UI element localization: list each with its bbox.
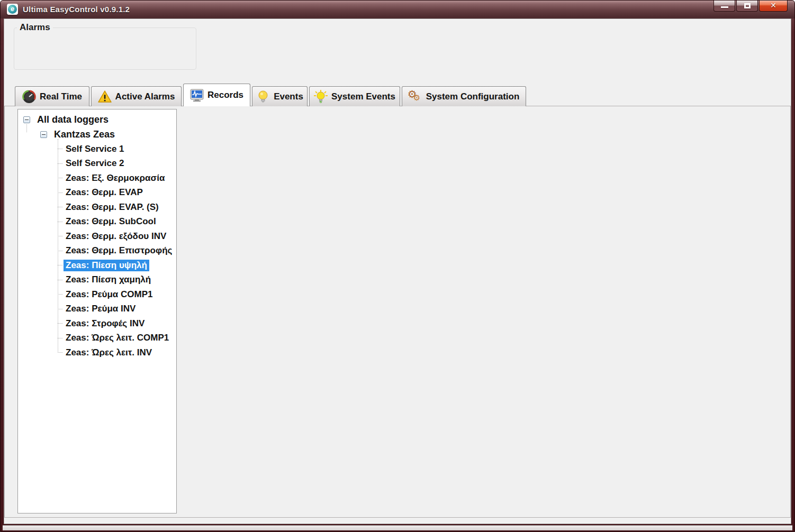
tab-system-events[interactable]: System Events <box>309 86 400 106</box>
tree-item-self-service-2[interactable]: Self Service 2 <box>18 157 176 171</box>
maximize-button[interactable] <box>736 1 758 12</box>
tree-item-zeas-ex-thermokrasia[interactable]: Zeas: Εξ. Θερμοκρασία <box>18 171 176 186</box>
tab-active-alarms[interactable]: Active Alarms <box>91 86 182 106</box>
data-logger-tree: All data loggers Kantzas Zeas Self Servi… <box>17 109 177 513</box>
tree-item-zeas-therm-evap[interactable]: Zeas: Θερμ. EVAP <box>18 186 176 200</box>
tree-item-zeas-piesi-ypsili[interactable]: Zeas: Πίεση υψηλή <box>18 258 176 273</box>
app-window: e Ultima EasyControl v0.9.1.2 ✕ Alarms <box>0 0 795 532</box>
tree-node-label[interactable]: Kantzas Zeas <box>52 129 117 141</box>
tab-label-system-configuration: System Configuration <box>426 91 520 102</box>
window-title: Ultima EasyControl v0.9.1.2 <box>23 5 130 14</box>
tab-label-events: Events <box>274 91 303 102</box>
client-area: Alarms Real Time <box>4 19 791 524</box>
alarms-group-label: Alarms <box>17 22 53 33</box>
tree-item-zeas-ores-leit-inv[interactable]: Zeas: Ώρες λειτ. INV <box>18 345 176 360</box>
maximize-icon <box>744 3 751 8</box>
app-logo-icon: e <box>7 4 18 15</box>
tree-item-zeas-strofes-inv[interactable]: Zeas: Στροφές INV <box>18 316 176 331</box>
tree-collapse-icon[interactable] <box>40 131 47 138</box>
tab-label-system-events: System Events <box>331 91 395 102</box>
tree-item-zeas-revma-comp1[interactable]: Zeas: Ρεύμα COMP1 <box>18 287 176 302</box>
tree-item-zeas-therm-subcool[interactable]: Zeas: Θερμ. SubCool <box>18 215 176 230</box>
tab-label-real-time: Real Time <box>40 91 82 102</box>
monitor-waveform-icon <box>190 88 204 102</box>
close-icon: ✕ <box>760 1 787 10</box>
tab-records[interactable]: Records <box>183 84 250 106</box>
lightbulb-icon <box>256 90 270 104</box>
alarms-groupbox: Alarms <box>14 27 196 70</box>
gears-icon: ⚙⚙ <box>409 90 422 104</box>
tree-node-kantzas-zeas[interactable]: Kantzas Zeas <box>18 127 176 142</box>
tree-item-zeas-therm-evap-s[interactable]: Zeas: Θερμ. EVAP. (S) <box>18 200 176 215</box>
tab-label-active-alarms: Active Alarms <box>115 91 175 102</box>
tree-collapse-icon[interactable] <box>23 116 30 123</box>
close-button[interactable]: ✕ <box>759 1 788 12</box>
gauge-icon <box>22 90 36 104</box>
tab-strip: Real Time Active Alarms <box>15 84 528 106</box>
window-frame-bottom <box>3 525 792 530</box>
tree-item-zeas-revma-inv[interactable]: Zeas: Ρεύμα INV <box>18 302 176 317</box>
tab-system-configuration[interactable]: ⚙⚙ System Configuration <box>402 86 526 106</box>
tree-item-self-service-1[interactable]: Self Service 1 <box>18 142 176 157</box>
tree-node-label[interactable]: All data loggers <box>35 114 111 126</box>
minimize-icon <box>721 6 728 8</box>
tree-item-zeas-therm-epistrofis[interactable]: Zeas: Θερμ. Επιστροφής <box>18 244 176 259</box>
tab-real-time[interactable]: Real Time <box>15 86 89 106</box>
lightbulb-shine-icon <box>314 90 328 104</box>
tree-node-all-data-loggers[interactable]: All data loggers <box>18 112 176 127</box>
title-bar[interactable]: e Ultima EasyControl v0.9.1.2 ✕ <box>1 1 794 19</box>
tree-item-zeas-therm-exodou-inv[interactable]: Zeas: Θερμ. εξόδου INV <box>18 229 176 244</box>
tab-label-records: Records <box>207 90 243 100</box>
tree-item-zeas-piesi-chamili[interactable]: Zeas: Πίεση χαμηλή <box>18 273 176 288</box>
tree-connector <box>58 139 58 352</box>
tab-events[interactable]: Events <box>252 86 308 106</box>
minimize-button[interactable] <box>713 1 735 12</box>
tree-item-zeas-ores-leit-comp1[interactable]: Zeas: Ώρες λειτ. COMP1 <box>18 331 176 346</box>
warning-icon <box>98 90 112 104</box>
